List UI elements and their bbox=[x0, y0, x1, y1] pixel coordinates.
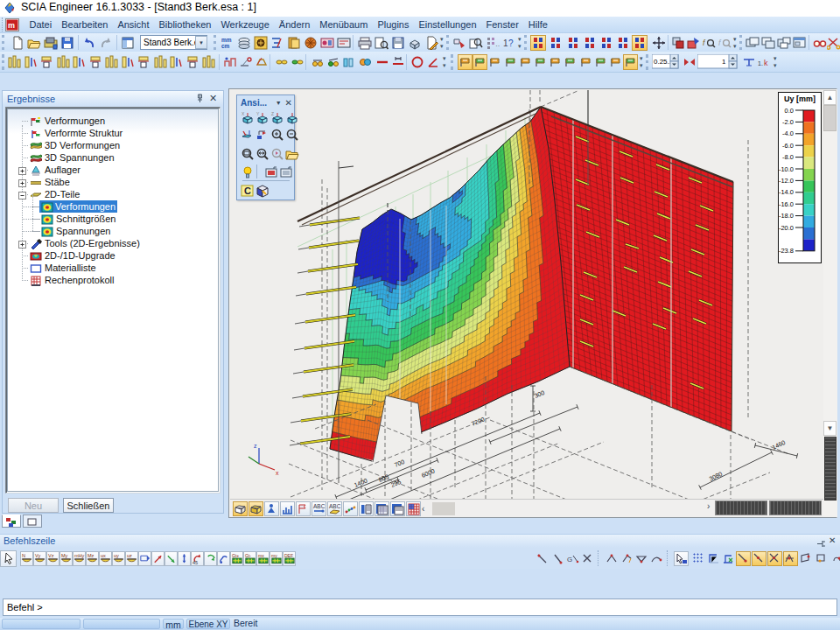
svg-text:-4.0: -4.0 bbox=[782, 130, 794, 137]
svg-text:f: f bbox=[703, 38, 706, 47]
svg-text:k: k bbox=[764, 59, 768, 67]
svg-text:45: 45 bbox=[192, 559, 198, 564]
svg-text:-14.0: -14.0 bbox=[779, 188, 794, 196]
svg-text:Gt+: Gt+ bbox=[232, 553, 239, 558]
svg-text:G: G bbox=[567, 556, 572, 564]
svg-text:uy: uy bbox=[114, 553, 119, 558]
svg-text:-2.0: -2.0 bbox=[782, 118, 794, 126]
svg-text:-23.8: -23.8 bbox=[779, 247, 794, 255]
svg-text:Mz: Mz bbox=[88, 553, 94, 558]
svg-text:z: z bbox=[254, 443, 257, 449]
svg-text:Vz: Vz bbox=[48, 553, 54, 558]
svg-text:-12.0: -12.0 bbox=[779, 177, 794, 185]
svg-text:ABC: ABC bbox=[313, 503, 326, 509]
svg-text:mm: mm bbox=[221, 37, 232, 43]
svg-text:ux: ux bbox=[101, 553, 106, 558]
svg-text:-18.0: -18.0 bbox=[779, 212, 794, 220]
svg-text:-20.0: -20.0 bbox=[779, 224, 794, 232]
svg-text:…: … bbox=[495, 40, 500, 48]
svg-text:mHy: mHy bbox=[74, 553, 85, 558]
svg-text:X: X bbox=[242, 111, 245, 116]
svg-text:DEF: DEF bbox=[284, 553, 293, 558]
svg-text:?: ? bbox=[508, 38, 514, 48]
svg-text:my: my bbox=[271, 553, 277, 558]
svg-text:Vy: Vy bbox=[35, 553, 41, 558]
svg-text:f: f bbox=[718, 38, 722, 47]
svg-text:-16.0: -16.0 bbox=[779, 200, 794, 208]
svg-text:cm: cm bbox=[221, 43, 230, 49]
svg-text:My: My bbox=[61, 553, 68, 558]
svg-text:-8.0: -8.0 bbox=[782, 153, 794, 161]
svg-text:-6.0: -6.0 bbox=[782, 142, 794, 150]
svg-text:mx: mx bbox=[258, 553, 264, 558]
svg-text:1: 1 bbox=[722, 58, 726, 66]
svg-text:x: x bbox=[276, 470, 279, 476]
svg-text:Gt-: Gt- bbox=[245, 553, 251, 558]
svg-text:-10.0: -10.0 bbox=[779, 165, 794, 173]
svg-text:N: N bbox=[22, 553, 25, 558]
svg-text:1.: 1. bbox=[758, 60, 763, 66]
svg-text:Z: Z bbox=[271, 111, 274, 116]
svg-text:Y: Y bbox=[256, 111, 260, 116]
svg-text:uz: uz bbox=[127, 553, 132, 558]
svg-text:C: C bbox=[244, 186, 251, 196]
svg-text:ABC: ABC bbox=[329, 503, 341, 509]
svg-text:m: m bbox=[8, 21, 15, 30]
svg-text:0.0: 0.0 bbox=[785, 107, 794, 115]
